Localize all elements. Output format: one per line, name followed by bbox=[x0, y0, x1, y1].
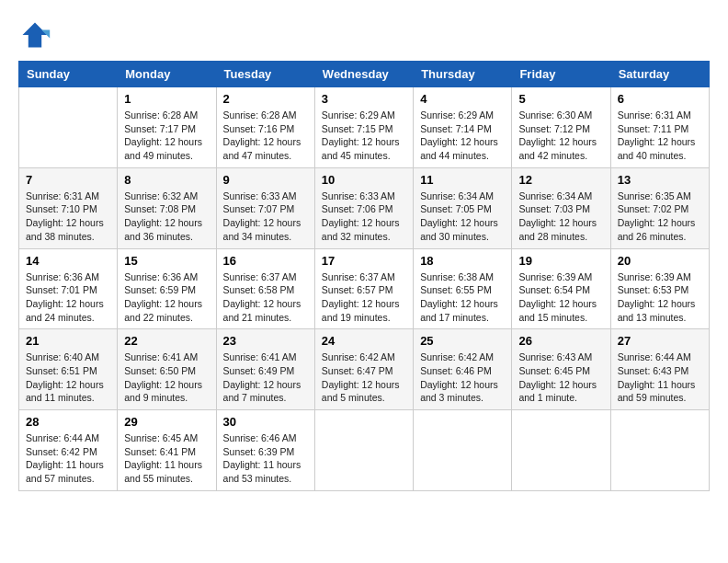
day-info: Sunrise: 6:44 AM Sunset: 6:43 PM Dayligh… bbox=[618, 350, 702, 405]
day-number: 7 bbox=[26, 173, 110, 187]
calendar-cell bbox=[512, 410, 610, 491]
day-number: 9 bbox=[223, 173, 308, 187]
calendar-cell bbox=[314, 410, 413, 491]
calendar-cell: 10Sunrise: 6:33 AM Sunset: 7:06 PM Dayli… bbox=[314, 167, 413, 248]
day-number: 26 bbox=[518, 334, 603, 348]
day-number: 21 bbox=[26, 334, 110, 348]
calendar-cell: 5Sunrise: 6:30 AM Sunset: 7:12 PM Daylig… bbox=[512, 87, 610, 168]
day-number: 24 bbox=[322, 334, 406, 348]
calendar-cell bbox=[610, 410, 709, 491]
day-info: Sunrise: 6:34 AM Sunset: 7:05 PM Dayligh… bbox=[420, 190, 505, 244]
weekday-header-thursday: Thursday bbox=[414, 62, 512, 87]
calendar-cell: 29Sunrise: 6:45 AM Sunset: 6:41 PM Dayli… bbox=[118, 410, 216, 491]
calendar-table: SundayMondayTuesdayWednesdayThursdayFrid… bbox=[18, 61, 710, 491]
day-number: 18 bbox=[420, 254, 505, 268]
day-info: Sunrise: 6:44 AM Sunset: 6:42 PM Dayligh… bbox=[26, 431, 110, 486]
day-number: 12 bbox=[518, 173, 603, 187]
day-info: Sunrise: 6:41 AM Sunset: 6:49 PM Dayligh… bbox=[223, 350, 308, 405]
page-header bbox=[18, 18, 710, 52]
calendar-cell: 8Sunrise: 6:32 AM Sunset: 7:08 PM Daylig… bbox=[118, 167, 216, 248]
day-number: 4 bbox=[420, 92, 505, 106]
weekday-header-tuesday: Tuesday bbox=[216, 62, 314, 87]
calendar-cell: 17Sunrise: 6:37 AM Sunset: 6:57 PM Dayli… bbox=[314, 248, 413, 329]
calendar-cell: 4Sunrise: 6:29 AM Sunset: 7:14 PM Daylig… bbox=[414, 87, 512, 168]
calendar-cell: 1Sunrise: 6:28 AM Sunset: 7:17 PM Daylig… bbox=[118, 87, 216, 168]
calendar-cell: 26Sunrise: 6:43 AM Sunset: 6:45 PM Dayli… bbox=[512, 329, 610, 410]
calendar-cell: 6Sunrise: 6:31 AM Sunset: 7:11 PM Daylig… bbox=[610, 87, 709, 168]
day-info: Sunrise: 6:39 AM Sunset: 6:54 PM Dayligh… bbox=[518, 270, 603, 325]
day-number: 5 bbox=[518, 92, 603, 106]
calendar-cell: 7Sunrise: 6:31 AM Sunset: 7:10 PM Daylig… bbox=[19, 167, 118, 248]
day-number: 25 bbox=[420, 334, 505, 348]
day-info: Sunrise: 6:33 AM Sunset: 7:07 PM Dayligh… bbox=[223, 190, 308, 244]
day-number: 10 bbox=[322, 173, 406, 187]
day-number: 20 bbox=[618, 254, 702, 268]
calendar-cell: 11Sunrise: 6:34 AM Sunset: 7:05 PM Dayli… bbox=[414, 167, 512, 248]
calendar-cell: 19Sunrise: 6:39 AM Sunset: 6:54 PM Dayli… bbox=[512, 248, 610, 329]
weekday-header-row: SundayMondayTuesdayWednesdayThursdayFrid… bbox=[19, 62, 710, 87]
day-info: Sunrise: 6:43 AM Sunset: 6:45 PM Dayligh… bbox=[518, 350, 603, 405]
day-info: Sunrise: 6:29 AM Sunset: 7:15 PM Dayligh… bbox=[322, 109, 406, 163]
day-info: Sunrise: 6:31 AM Sunset: 7:11 PM Dayligh… bbox=[618, 109, 702, 163]
day-number: 27 bbox=[618, 334, 702, 348]
calendar-cell: 23Sunrise: 6:41 AM Sunset: 6:49 PM Dayli… bbox=[216, 329, 314, 410]
day-number: 14 bbox=[26, 254, 110, 268]
day-number: 3 bbox=[322, 92, 406, 106]
day-number: 23 bbox=[223, 334, 308, 348]
day-number: 8 bbox=[124, 173, 209, 187]
day-number: 28 bbox=[26, 415, 110, 429]
day-info: Sunrise: 6:29 AM Sunset: 7:14 PM Dayligh… bbox=[420, 109, 505, 163]
day-info: Sunrise: 6:42 AM Sunset: 6:46 PM Dayligh… bbox=[420, 350, 505, 405]
day-info: Sunrise: 6:40 AM Sunset: 6:51 PM Dayligh… bbox=[26, 350, 110, 405]
logo-icon bbox=[18, 18, 51, 52]
svg-marker-0 bbox=[23, 23, 48, 48]
day-info: Sunrise: 6:34 AM Sunset: 7:03 PM Dayligh… bbox=[518, 190, 603, 244]
weekday-header-saturday: Saturday bbox=[610, 62, 709, 87]
day-number: 22 bbox=[124, 334, 209, 348]
week-row-5: 28Sunrise: 6:44 AM Sunset: 6:42 PM Dayli… bbox=[19, 410, 710, 491]
day-number: 1 bbox=[124, 92, 209, 106]
calendar-cell: 30Sunrise: 6:46 AM Sunset: 6:39 PM Dayli… bbox=[216, 410, 314, 491]
calendar-cell: 14Sunrise: 6:36 AM Sunset: 7:01 PM Dayli… bbox=[19, 248, 118, 329]
calendar-cell: 3Sunrise: 6:29 AM Sunset: 7:15 PM Daylig… bbox=[314, 87, 413, 168]
day-info: Sunrise: 6:36 AM Sunset: 7:01 PM Dayligh… bbox=[26, 270, 110, 325]
day-number: 11 bbox=[420, 173, 505, 187]
day-info: Sunrise: 6:41 AM Sunset: 6:50 PM Dayligh… bbox=[124, 350, 209, 405]
day-info: Sunrise: 6:45 AM Sunset: 6:41 PM Dayligh… bbox=[124, 431, 209, 486]
calendar-cell: 27Sunrise: 6:44 AM Sunset: 6:43 PM Dayli… bbox=[610, 329, 709, 410]
calendar-cell: 18Sunrise: 6:38 AM Sunset: 6:55 PM Dayli… bbox=[414, 248, 512, 329]
day-info: Sunrise: 6:28 AM Sunset: 7:16 PM Dayligh… bbox=[223, 109, 308, 163]
day-number: 17 bbox=[322, 254, 406, 268]
day-info: Sunrise: 6:36 AM Sunset: 6:59 PM Dayligh… bbox=[124, 270, 209, 325]
calendar-cell: 15Sunrise: 6:36 AM Sunset: 6:59 PM Dayli… bbox=[118, 248, 216, 329]
calendar-cell: 25Sunrise: 6:42 AM Sunset: 6:46 PM Dayli… bbox=[414, 329, 512, 410]
day-number: 30 bbox=[223, 415, 308, 429]
calendar-cell: 12Sunrise: 6:34 AM Sunset: 7:03 PM Dayli… bbox=[512, 167, 610, 248]
weekday-header-monday: Monday bbox=[118, 62, 216, 87]
weekday-header-friday: Friday bbox=[512, 62, 610, 87]
day-number: 2 bbox=[223, 92, 308, 106]
day-number: 19 bbox=[518, 254, 603, 268]
day-number: 29 bbox=[124, 415, 209, 429]
week-row-3: 14Sunrise: 6:36 AM Sunset: 7:01 PM Dayli… bbox=[19, 248, 710, 329]
calendar-cell: 9Sunrise: 6:33 AM Sunset: 7:07 PM Daylig… bbox=[216, 167, 314, 248]
day-info: Sunrise: 6:37 AM Sunset: 6:58 PM Dayligh… bbox=[223, 270, 308, 325]
day-info: Sunrise: 6:31 AM Sunset: 7:10 PM Dayligh… bbox=[26, 190, 110, 244]
calendar-cell bbox=[414, 410, 512, 491]
calendar-cell: 28Sunrise: 6:44 AM Sunset: 6:42 PM Dayli… bbox=[19, 410, 118, 491]
day-info: Sunrise: 6:35 AM Sunset: 7:02 PM Dayligh… bbox=[618, 190, 702, 244]
calendar-cell: 24Sunrise: 6:42 AM Sunset: 6:47 PM Dayli… bbox=[314, 329, 413, 410]
calendar-cell bbox=[19, 87, 118, 168]
day-info: Sunrise: 6:32 AM Sunset: 7:08 PM Dayligh… bbox=[124, 190, 209, 244]
calendar-cell: 16Sunrise: 6:37 AM Sunset: 6:58 PM Dayli… bbox=[216, 248, 314, 329]
day-number: 6 bbox=[618, 92, 702, 106]
day-info: Sunrise: 6:38 AM Sunset: 6:55 PM Dayligh… bbox=[420, 270, 505, 325]
logo bbox=[18, 18, 57, 52]
day-info: Sunrise: 6:39 AM Sunset: 6:53 PM Dayligh… bbox=[618, 270, 702, 325]
day-info: Sunrise: 6:28 AM Sunset: 7:17 PM Dayligh… bbox=[124, 109, 209, 163]
day-number: 13 bbox=[618, 173, 702, 187]
day-info: Sunrise: 6:33 AM Sunset: 7:06 PM Dayligh… bbox=[322, 190, 406, 244]
day-number: 15 bbox=[124, 254, 209, 268]
weekday-header-wednesday: Wednesday bbox=[314, 62, 413, 87]
calendar-cell: 21Sunrise: 6:40 AM Sunset: 6:51 PM Dayli… bbox=[19, 329, 118, 410]
